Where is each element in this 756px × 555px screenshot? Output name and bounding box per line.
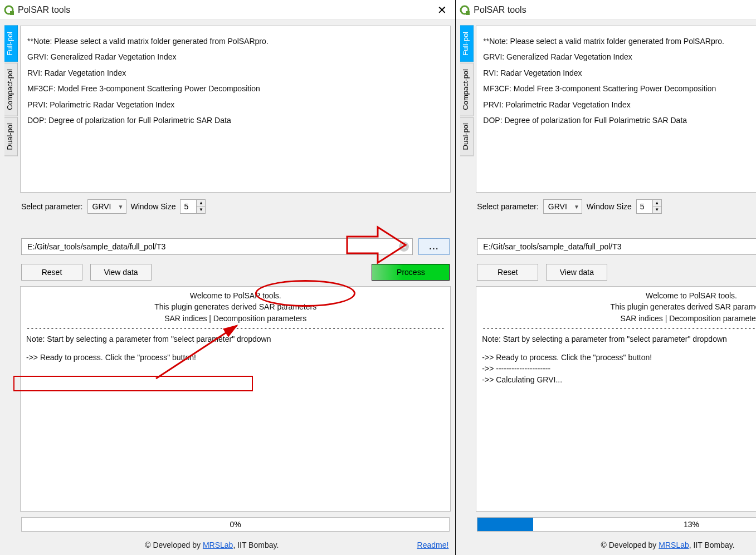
log-note: Note: Start by selecting a parameter fro… (482, 333, 756, 345)
log-divider: ----------------------------------------… (482, 324, 756, 333)
info-note: **Note: Please select a valid matrix fol… (27, 35, 443, 47)
param-label: Select parameter: (477, 202, 539, 211)
titlebar: PolSAR tools ✕ (0, 0, 455, 20)
path-row: E:/Git/sar_tools/sample_data/full_pol/T3… (21, 238, 450, 255)
tab-full-pol[interactable]: Full-pol (4, 26, 18, 62)
info-mf3cf: MF3CF: Model Free 3-component Scattering… (27, 82, 443, 95)
ws-label: Window Size (131, 202, 176, 211)
spin-buttons: ▲ ▼ (196, 200, 205, 213)
progress-fill (477, 518, 533, 531)
path-text: E:/Git/sar_tools/sample_data/full_pol/T3 (27, 242, 165, 251)
log-ready: ->> Ready to process. Click the "process… (482, 352, 756, 363)
spin-down-icon[interactable]: ▼ (197, 207, 205, 214)
log-dash2: ->> --------------------- (482, 363, 756, 374)
progress-bar: 0% (21, 517, 450, 532)
ws-label: Window Size (587, 202, 632, 211)
info-dop: DOP: Degree of polarization for Full Pol… (483, 114, 756, 126)
spin-down-icon[interactable]: ▼ (653, 207, 661, 214)
footer: © Developed by MRSLab, IIT Bombay. Readm… (456, 537, 756, 555)
tab-compact-pol[interactable]: Compact-pol (4, 63, 18, 116)
log-welcome1: Welcome to PolSAR tools. (482, 290, 756, 301)
footer: © Developed by MRSLab, IIT Bombay. Readm… (0, 537, 455, 555)
param-select[interactable]: GRVI ▼ (87, 199, 126, 214)
svg-rect-4 (466, 11, 470, 15)
param-row: Select parameter: GRVI ▼ Window Size 5 ▲… (21, 199, 450, 214)
log-calc: ->> Calculating GRVI... (482, 374, 756, 385)
process-button[interactable]: Process (372, 264, 450, 281)
footer-text: © Developed by MRSLab, IIT Bombay. (601, 541, 735, 549)
window-right: PolSAR tools ✕ Full-pol Compact-pol Dual… (456, 0, 756, 555)
window-size-spin[interactable]: 5 ▲ ▼ (180, 199, 206, 214)
info-grvi: GRVI: Generalized Radar Vegetation Index (27, 51, 443, 63)
log-box: Welcome to PolSAR tools. This plugin gen… (476, 286, 756, 512)
panel: **Note: Please select a valid matrix fol… (476, 26, 756, 534)
tab-dual-pol[interactable]: Dual-pol (460, 117, 474, 156)
param-label: Select parameter: (21, 202, 83, 211)
chevron-down-icon: ▼ (574, 204, 579, 210)
spin-buttons: ▲ ▼ (652, 200, 661, 213)
view-data-button[interactable]: View data (90, 264, 152, 281)
tabs: Full-pol Compact-pol Dual-pol (4, 26, 18, 534)
reset-button[interactable]: Reset (477, 264, 538, 281)
qgis-icon (3, 4, 14, 16)
svg-rect-1 (10, 11, 14, 15)
readme-link[interactable]: Readme! (417, 541, 449, 549)
log-note: Note: Start by selecting a parameter fro… (26, 333, 445, 345)
path-input[interactable]: E:/Git/sar_tools/sample_data/full_pol/T3… (477, 238, 756, 255)
ws-value: 5 (637, 200, 652, 213)
info-mf3cf: MF3CF: Model Free 3-component Scattering… (483, 82, 756, 95)
body: Full-pol Compact-pol Dual-pol **Note: Pl… (0, 20, 455, 537)
param-select[interactable]: GRVI ▼ (543, 199, 582, 214)
log-box: Welcome to PolSAR tools. This plugin gen… (20, 286, 451, 512)
info-note: **Note: Please select a valid matrix fol… (483, 35, 756, 47)
tab-compact-pol[interactable]: Compact-pol (460, 63, 474, 116)
footer-text: © Developed by MRSLab, IIT Bombay. (145, 541, 279, 549)
button-row: Reset View data Process (477, 264, 756, 281)
window-title: PolSAR tools (474, 5, 526, 15)
spacer (482, 345, 756, 352)
info-box: **Note: Please select a valid matrix fol… (476, 26, 756, 193)
close-icon[interactable]: ✕ (432, 3, 452, 17)
info-rvi: RVI: Radar Vegetation Index (27, 67, 443, 79)
tab-full-pol[interactable]: Full-pol (460, 26, 474, 62)
window-title: PolSAR tools (18, 5, 70, 15)
qgis-icon (459, 4, 470, 16)
path-text: E:/Git/sar_tools/sample_data/full_pol/T3 (483, 242, 621, 251)
info-prvi: PRVI: Polarimetric Radar Vegetation Inde… (27, 99, 443, 111)
window-size-spin[interactable]: 5 ▲ ▼ (636, 199, 662, 214)
mrslab-link[interactable]: MRSLab (203, 541, 233, 549)
progress-text: 0% (230, 520, 241, 529)
tabs: Full-pol Compact-pol Dual-pol (460, 26, 474, 534)
mrslab-link[interactable]: MRSLab (659, 541, 689, 549)
info-grvi: GRVI: Generalized Radar Vegetation Index (483, 51, 756, 63)
info-prvi: PRVI: Polarimetric Radar Vegetation Inde… (483, 99, 756, 111)
chevron-down-icon: ▼ (118, 204, 124, 210)
titlebar: PolSAR tools ✕ (456, 0, 756, 20)
window-left: PolSAR tools ✕ Full-pol Compact-pol Dual… (0, 0, 455, 555)
log-welcome2: This plugin generates derived SAR parame… (26, 301, 445, 312)
path-input[interactable]: E:/Git/sar_tools/sample_data/full_pol/T3… (21, 238, 413, 255)
log-welcome2: This plugin generates derived SAR parame… (482, 301, 756, 312)
log-divider: ----------------------------------------… (26, 324, 445, 333)
browse-button[interactable]: ... (418, 238, 450, 255)
param-value: GRVI (92, 202, 111, 211)
path-row: E:/Git/sar_tools/sample_data/full_pol/T3… (477, 238, 756, 255)
ws-value: 5 (181, 200, 196, 213)
log-ready: ->> Ready to process. Click the "process… (26, 352, 445, 363)
info-dop: DOP: Degree of polarization for Full Pol… (27, 114, 443, 126)
tab-dual-pol[interactable]: Dual-pol (4, 117, 18, 156)
spin-up-icon[interactable]: ▲ (197, 200, 205, 207)
info-rvi: RVI: Radar Vegetation Index (483, 67, 756, 79)
info-box: **Note: Please select a valid matrix fol… (20, 26, 451, 193)
log-welcome3: SAR indices | Decomposition parameters (26, 313, 445, 324)
progress-bar: 13% (477, 517, 756, 532)
button-row: Reset View data Process (21, 264, 450, 281)
log-welcome1: Welcome to PolSAR tools. (26, 290, 445, 301)
body: Full-pol Compact-pol Dual-pol **Note: Pl… (456, 20, 756, 537)
panel: **Note: Please select a valid matrix fol… (20, 26, 451, 534)
spin-up-icon[interactable]: ▲ (653, 200, 661, 207)
clear-icon[interactable]: ✕ (399, 242, 409, 252)
log-welcome3: SAR indices | Decomposition parameters (482, 313, 756, 324)
view-data-button[interactable]: View data (546, 264, 607, 281)
reset-button[interactable]: Reset (21, 264, 82, 281)
